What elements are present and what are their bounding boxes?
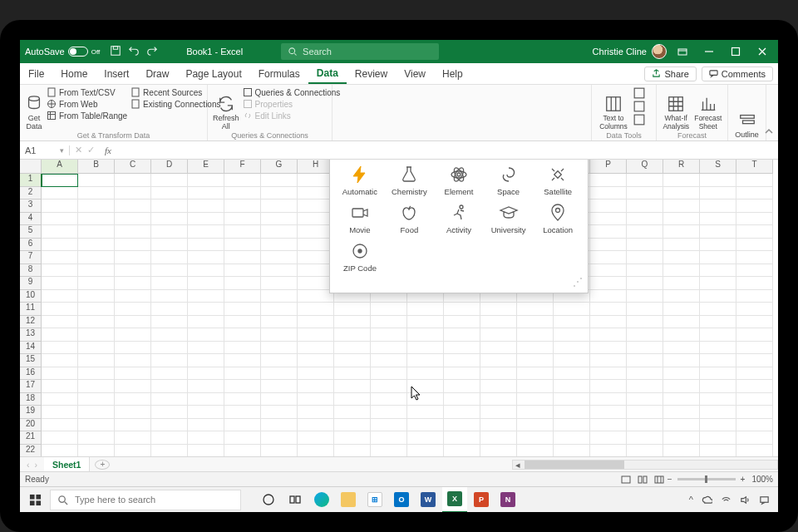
cell[interactable] xyxy=(261,367,298,381)
cell[interactable] xyxy=(444,367,480,381)
share-button[interactable]: Share xyxy=(644,66,696,81)
cell[interactable] xyxy=(115,342,151,355)
cell[interactable] xyxy=(115,187,151,200)
cell[interactable] xyxy=(627,406,663,419)
cell[interactable] xyxy=(261,406,298,419)
cell[interactable] xyxy=(371,354,407,367)
tab-draw[interactable]: Draw xyxy=(137,63,177,84)
cell[interactable] xyxy=(78,367,115,381)
cell[interactable] xyxy=(663,225,700,239)
cell[interactable] xyxy=(188,445,224,457)
cell[interactable] xyxy=(736,406,773,419)
page-layout-view-icon[interactable] xyxy=(634,475,651,485)
cell[interactable] xyxy=(224,213,261,226)
cell[interactable] xyxy=(444,380,480,393)
text-to-columns-button[interactable]: Text to Columns xyxy=(597,87,630,131)
zoom-slider[interactable] xyxy=(677,478,736,480)
cell[interactable] xyxy=(78,393,115,406)
cell[interactable] xyxy=(224,303,261,316)
cell[interactable] xyxy=(42,264,78,278)
column-header[interactable]: G xyxy=(261,160,298,174)
row-header[interactable]: 6 xyxy=(20,239,42,252)
search-box[interactable]: Search xyxy=(281,43,439,60)
cell[interactable] xyxy=(736,431,773,445)
column-header[interactable]: F xyxy=(224,160,261,174)
cell[interactable] xyxy=(736,380,773,393)
cell[interactable] xyxy=(188,328,224,342)
cell[interactable] xyxy=(627,264,663,278)
cell[interactable] xyxy=(371,419,407,432)
cell[interactable] xyxy=(261,290,298,303)
cell[interactable] xyxy=(590,213,627,226)
row-header[interactable]: 5 xyxy=(20,225,42,239)
taskbar-excel[interactable]: X xyxy=(442,487,467,513)
cell[interactable] xyxy=(261,328,298,342)
datatype-automatic[interactable]: Automatic xyxy=(337,163,383,198)
cell[interactable] xyxy=(371,393,407,406)
taskbar-store[interactable]: ⊞ xyxy=(362,487,387,513)
cell[interactable] xyxy=(224,342,261,355)
volume-icon[interactable] xyxy=(740,495,751,505)
cell[interactable] xyxy=(700,367,736,381)
cell[interactable] xyxy=(42,239,78,252)
cell[interactable] xyxy=(261,342,298,355)
cell[interactable] xyxy=(663,187,700,200)
column-header[interactable]: S xyxy=(700,160,736,174)
cell[interactable] xyxy=(151,213,188,226)
redo-icon[interactable] xyxy=(146,45,158,58)
cell[interactable] xyxy=(151,354,188,367)
cell[interactable] xyxy=(151,431,188,445)
cell[interactable] xyxy=(627,277,663,290)
from-table-button[interactable]: From Table/Range xyxy=(47,111,127,121)
cell[interactable] xyxy=(590,290,627,303)
cell[interactable] xyxy=(261,264,298,278)
cell[interactable] xyxy=(663,174,700,187)
cell[interactable] xyxy=(224,419,261,432)
cell[interactable] xyxy=(42,380,78,393)
flash-fill-icon[interactable] xyxy=(633,87,645,101)
row-header[interactable]: 20 xyxy=(20,419,42,432)
cell[interactable] xyxy=(590,316,627,329)
cell[interactable] xyxy=(554,342,590,355)
cell[interactable] xyxy=(554,380,590,393)
cell[interactable] xyxy=(261,419,298,432)
cell[interactable] xyxy=(42,328,78,342)
cell[interactable] xyxy=(444,445,480,457)
cell[interactable] xyxy=(700,239,736,252)
cell[interactable] xyxy=(407,431,444,445)
column-header[interactable]: D xyxy=(151,160,188,174)
toggle-off-icon[interactable] xyxy=(68,47,88,57)
cell[interactable] xyxy=(115,316,151,329)
cell[interactable] xyxy=(444,316,480,329)
cell[interactable] xyxy=(298,303,334,316)
cell[interactable] xyxy=(700,342,736,355)
cell[interactable] xyxy=(700,225,736,239)
cell[interactable] xyxy=(261,200,298,213)
cell[interactable] xyxy=(78,200,115,213)
cell[interactable] xyxy=(554,445,590,457)
row-header[interactable]: 17 xyxy=(20,380,42,393)
cell[interactable] xyxy=(188,316,224,329)
cell[interactable] xyxy=(663,328,700,342)
cell[interactable] xyxy=(700,213,736,226)
cell[interactable] xyxy=(224,187,261,200)
cell[interactable] xyxy=(700,277,736,290)
cell[interactable] xyxy=(115,328,151,342)
cell[interactable] xyxy=(627,342,663,355)
cell[interactable] xyxy=(590,431,627,445)
cell[interactable] xyxy=(151,251,188,264)
cell[interactable] xyxy=(407,419,444,432)
cell[interactable] xyxy=(590,239,627,252)
cell[interactable] xyxy=(700,419,736,432)
cell[interactable] xyxy=(334,445,371,457)
cell[interactable] xyxy=(151,393,188,406)
from-web-button[interactable]: From Web xyxy=(47,99,127,109)
cell[interactable] xyxy=(736,316,773,329)
cell[interactable] xyxy=(188,342,224,355)
cell[interactable] xyxy=(407,445,444,457)
cell[interactable] xyxy=(663,213,700,226)
cell[interactable] xyxy=(42,187,78,200)
cell[interactable] xyxy=(627,174,663,187)
cell[interactable] xyxy=(42,342,78,355)
cell[interactable] xyxy=(78,406,115,419)
